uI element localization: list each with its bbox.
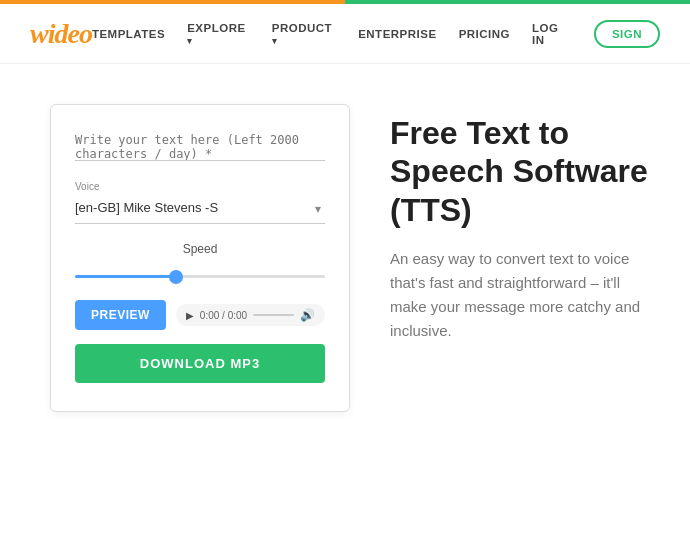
speed-label: Speed [75, 242, 325, 256]
nav-item-templates[interactable]: Templates [92, 28, 165, 40]
nav-links: Templates Explore Product Enterprise Pri… [92, 20, 660, 48]
speed-section: Speed [75, 242, 325, 282]
controls-row: Preview ▶ 0:00 / 0:00 🔊 [75, 300, 325, 330]
voice-label: Voice [75, 181, 325, 192]
voice-select-wrapper: [en-GB] Mike Stevens -S [75, 196, 325, 224]
volume-icon[interactable]: 🔊 [300, 308, 315, 322]
nav-item-pricing[interactable]: Pricing [459, 28, 510, 40]
preview-button[interactable]: Preview [75, 300, 166, 330]
voice-select[interactable]: [en-GB] Mike Stevens -S [75, 196, 325, 224]
signup-button[interactable]: Sign [594, 20, 660, 48]
play-icon[interactable]: ▶ [186, 310, 194, 321]
voice-section: Voice [en-GB] Mike Stevens -S [75, 181, 325, 224]
nav-item-explore[interactable]: Explore [187, 22, 250, 46]
nav-item-enterprise[interactable]: Enterprise [358, 28, 437, 40]
download-button[interactable]: Download MP3 [75, 344, 325, 383]
time-display: 0:00 / 0:00 [200, 310, 247, 321]
hero-content: Free Text to Speech Software (TTS) An ea… [390, 104, 660, 343]
hero-description: An easy way to convert text to voice tha… [390, 247, 660, 343]
main-content: Voice [en-GB] Mike Stevens -S Speed Prev… [0, 64, 690, 464]
navbar: wideo Templates Explore Product Enterpri… [0, 4, 690, 64]
text-input[interactable] [75, 129, 325, 161]
nav-item-product[interactable]: Product [272, 22, 336, 46]
speed-slider[interactable] [75, 275, 325, 278]
nav-item-login[interactable]: Log In [532, 22, 572, 46]
hero-title: Free Text to Speech Software (TTS) [390, 114, 660, 229]
logo[interactable]: wideo [30, 18, 92, 50]
progress-bar [253, 314, 294, 316]
textarea-label [75, 129, 325, 163]
audio-player: ▶ 0:00 / 0:00 🔊 [176, 304, 325, 326]
tts-card: Voice [en-GB] Mike Stevens -S Speed Prev… [50, 104, 350, 412]
